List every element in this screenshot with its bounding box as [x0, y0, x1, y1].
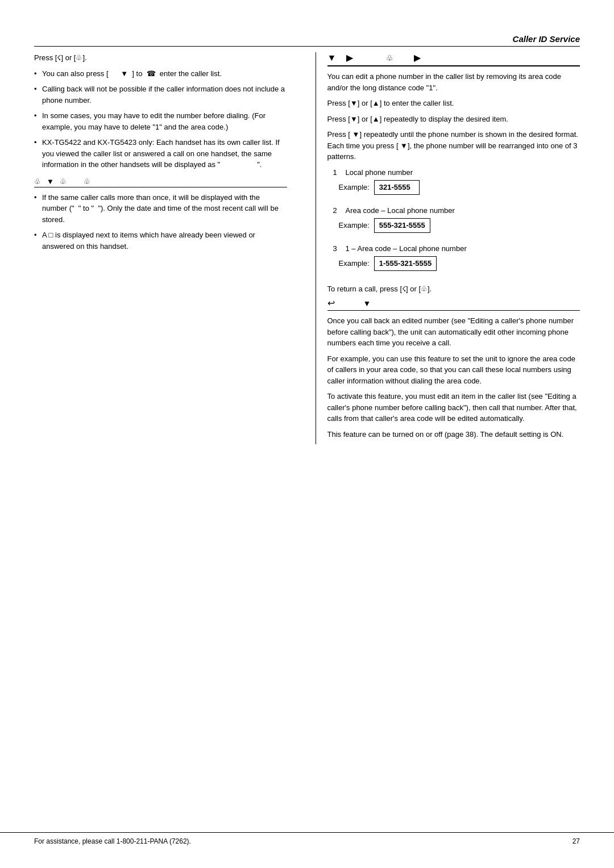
two-column-layout: Press [☇] or [♧]. You can also press [ ▼…	[34, 52, 580, 444]
list-item: A □ is displayed next to items which hav…	[34, 229, 287, 252]
list-item: You can also press [ ▼ ] to ☎ enter the …	[34, 68, 287, 80]
pattern-number: 2	[333, 205, 341, 216]
page-footer: For assistance, please call 1-800-211-PA…	[0, 832, 614, 845]
pattern-number: 1	[333, 167, 341, 178]
page: Caller ID Service Press [☇] or [♧]. You …	[0, 0, 614, 868]
page-title: Caller ID Service	[34, 34, 580, 47]
return-arrow-icon: ↩	[327, 298, 335, 308]
right-column: ▼ ▶ ♧ ▶ You can edit a phone number in t…	[316, 52, 580, 444]
pattern-item-1: 1 Local phone number Example: 321-5555	[333, 167, 580, 201]
transfer-icon: ♧	[76, 53, 82, 62]
list-item: If the same caller calls more than once,…	[34, 192, 287, 226]
example-label: Example:	[339, 220, 370, 231]
footer-text: For assistance, please call 1-800-211-PA…	[34, 837, 191, 845]
page-number: 27	[572, 837, 580, 845]
right-arrow-icon-2: ▶	[414, 52, 421, 63]
pattern-list: 1 Local phone number Example: 321-5555 2…	[327, 167, 580, 277]
left-bullet-list: You can also press [ ▼ ] to ☎ enter the …	[34, 68, 287, 170]
example-label: Example:	[339, 258, 370, 269]
down-arrow-icon: ▼	[327, 53, 337, 63]
auto-para-1: Once you call back an edited number (see…	[327, 315, 580, 349]
auto-para-4: This feature can be turned on or off (pa…	[327, 429, 580, 440]
list-item: In some cases, you may have to edit the …	[34, 110, 287, 132]
sub-section-header: ♧ ▼ ♧ ♧	[34, 177, 287, 187]
down-arrow-icon: ▼	[47, 177, 54, 186]
pattern-label: Area code – Local phone number	[346, 205, 455, 216]
press-line-3: Press [ ▼] repeatedly until the phone nu…	[327, 129, 580, 162]
return-call-line: To return a call, press [☇] or [♧].	[327, 283, 580, 295]
phone-icon: ☇	[57, 53, 61, 62]
transfer-icon-1: ♧	[34, 177, 41, 186]
sub-bullet-list: If the same caller calls more than once,…	[34, 192, 287, 252]
example-label: Example:	[339, 182, 370, 193]
down-arrow-icon: ▼	[363, 299, 371, 308]
press-line-2: Press [▼] or [▲] repeatedly to display t…	[327, 114, 580, 125]
pattern-label: Local phone number	[346, 167, 413, 178]
example-value: 555-321-5555	[374, 218, 430, 233]
press-instruction: Press [☇] or [♧].	[34, 52, 287, 64]
transfer-icon-2: ♧	[60, 177, 67, 186]
pattern-item-3: 3 1 – Area code – Local phone number Exa…	[333, 243, 580, 277]
auto-para-2: For example, you can use this feature to…	[327, 353, 580, 387]
right-top-icon-row: ▼ ▶ ♧ ▶	[327, 52, 580, 66]
auto-section-header: ↩ ▼	[327, 298, 580, 311]
example-value: 1-555-321-5555	[374, 256, 437, 271]
pattern-number: 3	[333, 243, 341, 254]
right-arrow-icon: ▶	[346, 52, 353, 63]
auto-para-3: To activate this feature, you must edit …	[327, 391, 580, 424]
example-value: 321-5555	[374, 180, 420, 195]
pattern-item-2: 2 Area code – Local phone number Example…	[333, 205, 580, 239]
transfer-icon-3: ♧	[84, 177, 90, 186]
list-item: KX-TG5422 and KX-TG5423 only: Each hands…	[34, 137, 287, 170]
pattern-label: 1 – Area code – Local phone number	[346, 243, 467, 254]
press-line-1: Press [▼] or [▲] to enter the caller lis…	[327, 98, 580, 109]
phone-icon: ♧	[386, 53, 393, 62]
left-column: Press [☇] or [♧]. You can also press [ ▼…	[34, 52, 293, 444]
edit-description: You can edit a phone number in the calle…	[327, 71, 580, 93]
list-item: Calling back will not be possible if the…	[34, 84, 287, 106]
auto-edit-section: ↩ ▼ Once you call back an edited number …	[327, 298, 580, 440]
